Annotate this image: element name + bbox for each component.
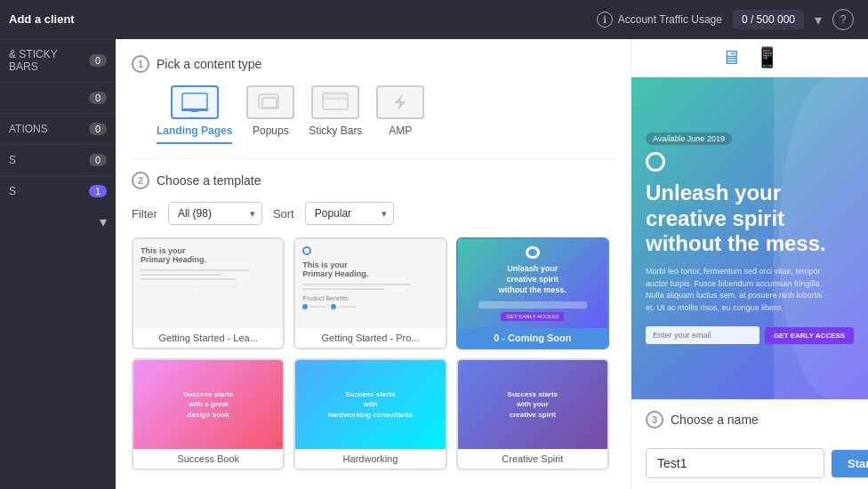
template-card-label-row2-1: Success Book — [133, 449, 283, 469]
main-content: ℹ Account Traffic Usage 0 / 500 000 ▾ ? … — [116, 0, 868, 489]
landing-pages-label: Landing Pages — [157, 124, 232, 137]
info-icon: ℹ — [597, 12, 613, 28]
step2-row: 2 Choose a template — [132, 172, 615, 189]
content-types: Landing Pages Popups — [157, 85, 615, 144]
template-card-gs-pro[interactable]: This is yourPrimary Heading. Product Ben… — [293, 237, 446, 349]
amp-label: AMP — [389, 124, 412, 137]
sidebar-item-ations[interactable]: ATIONS 0 — [0, 113, 116, 144]
content-type-popups[interactable]: Popups — [246, 85, 294, 144]
template-card-img-gs-pro: This is yourPrimary Heading. Product Ben… — [295, 239, 445, 328]
preview-image: Available June 2019 Unleash your creativ… — [631, 77, 868, 399]
filter-select-wrapper: All (98) Business Agency eCommerce — [168, 202, 262, 225]
template-card-gs-lea[interactable]: This is yourPrimary Heading. Getting — [132, 237, 285, 349]
sort-label: Sort — [273, 207, 294, 220]
template-card-label-gs-pro: Getting Started - Pro... — [295, 328, 445, 348]
step1-circle: 1 — [132, 55, 149, 73]
amp-icon — [376, 85, 424, 119]
sort-select-wrapper: Popular Newest A-Z — [305, 202, 394, 225]
preview-overlay: Available June 2019 Unleash your creativ… — [631, 77, 868, 399]
template-card-label-coming-soon: 0 - Coming Soon — [458, 328, 607, 348]
filter-select[interactable]: All (98) Business Agency eCommerce — [168, 202, 262, 225]
template-card-row2-1[interactable]: Success startswith a greatdesign book Su… — [132, 358, 285, 470]
badge-2: 0 — [89, 92, 107, 104]
template-card-row2-3[interactable]: Success startswith yourcreative spirit C… — [456, 358, 609, 470]
sidebar-item-s2[interactable]: S 1 — [0, 175, 116, 206]
step1-row: 1 Pick a content type — [132, 55, 615, 73]
divider-1 — [132, 158, 615, 159]
template-panel: 1 Pick a content type Landing Pages — [116, 39, 631, 489]
svg-rect-0 — [182, 93, 207, 109]
step3-circle: 3 — [646, 411, 663, 429]
template-grid: This is yourPrimary Heading. Getting — [132, 237, 615, 479]
template-grid-area: This is yourPrimary Heading. Getting — [132, 237, 615, 479]
preview-subtext: Morbi leo tortor, fermentum sed orci vit… — [646, 266, 832, 314]
right-side: 🖥 📱 Available June 2019 Unleash your cre… — [631, 39, 868, 489]
add-client-link[interactable]: Add a client — [0, 0, 116, 38]
preview-logo-circle — [646, 152, 665, 172]
popups-icon — [246, 85, 294, 119]
svg-rect-6 — [323, 93, 348, 99]
sidebar-item-sticky-bars[interactable]: & STICKY BARS 0 — [0, 38, 116, 82]
preview-badge: Available June 2019 — [646, 132, 732, 145]
template-card-label-row2-3: Creative Spirit — [458, 449, 607, 469]
svg-marker-7 — [394, 94, 406, 110]
template-card-img-coming-soon: Unleash yourcreative spiritwithout the m… — [458, 239, 607, 328]
preview-email-input[interactable] — [646, 326, 760, 344]
help-button[interactable]: ? — [832, 9, 854, 30]
ations-badge: 0 — [89, 123, 107, 135]
traffic-value: 0 / 500 000 — [733, 10, 804, 29]
preview-headline: Unleash your creative spirit without the… — [646, 180, 841, 257]
landing-pages-icon — [171, 85, 219, 119]
template-card-img-row2-1: Success startswith a greatdesign book — [133, 360, 283, 449]
template-card-img-gs-lea: This is yourPrimary Heading. — [133, 239, 283, 328]
step2-circle: 2 — [132, 172, 149, 189]
chevron-icon[interactable]: ▾ — [815, 12, 822, 28]
sticky-bars-badge: 0 — [89, 54, 107, 67]
s2-badge: 1 — [89, 185, 107, 197]
name-row: Start with th — [646, 448, 854, 478]
mobile-icon[interactable]: 📱 — [755, 46, 779, 69]
step2-label: Choose a template — [157, 173, 261, 188]
preview-cta-row: GET EARLY ACCESS — [646, 326, 854, 344]
s1-badge: 0 — [89, 154, 107, 166]
svg-rect-4 — [262, 98, 277, 108]
filter-row: Filter All (98) Business Agency eCommerc… — [132, 202, 615, 225]
bottom-panel: 3 Choose a name Start with th — [631, 399, 868, 489]
template-card-row2-2[interactable]: Success startswithhardworking consultant… — [293, 358, 446, 470]
sidebar-dropdown[interactable]: ▾ — [0, 206, 116, 237]
sticky-bars-label: Sticky Bars — [309, 124, 362, 137]
sticky-bars-icon — [311, 85, 359, 119]
svg-rect-2 — [191, 110, 198, 112]
traffic-info: ℹ Account Traffic Usage — [597, 12, 722, 28]
template-card-img-row2-2: Success startswithhardworking consultant… — [295, 360, 445, 449]
preview-content: Available June 2019 Unleash your creativ… — [631, 77, 868, 399]
preview-cta-button[interactable]: GET EARLY ACCESS — [765, 327, 854, 344]
desktop-icon[interactable]: 🖥 — [721, 46, 741, 69]
top-bar: ℹ Account Traffic Usage 0 / 500 000 ▾ ? — [116, 0, 868, 39]
preview-toolbar: 🖥 📱 — [631, 39, 868, 77]
template-card-img-row2-3: Success startswith yourcreative spirit — [458, 360, 607, 449]
step1-label: Pick a content type — [157, 57, 261, 71]
content-type-landing[interactable]: Landing Pages — [157, 85, 232, 144]
content-type-amp[interactable]: AMP — [376, 85, 424, 144]
step3-row: 3 Choose a name — [646, 411, 854, 429]
popups-label: Popups — [253, 124, 289, 137]
step3-label: Choose a name — [671, 413, 759, 427]
content-type-sticky[interactable]: Sticky Bars — [309, 85, 362, 144]
sidebar: Add a client & STICKY BARS 0 0 ATIONS 0 … — [0, 0, 116, 489]
start-button[interactable]: Start with th — [832, 450, 868, 477]
sort-select[interactable]: Popular Newest A-Z — [305, 202, 394, 225]
sidebar-item-s1[interactable]: S 0 — [0, 144, 116, 175]
filter-label: Filter — [132, 207, 157, 220]
template-card-label-gs-lea: Getting Started - Lea... — [133, 328, 283, 348]
page-name-input[interactable] — [646, 448, 824, 478]
sidebar-item-2[interactable]: 0 — [0, 82, 116, 113]
template-card-coming-soon[interactable]: Unleash yourcreative spiritwithout the m… — [456, 237, 609, 349]
chevron-down-icon: ▾ — [100, 213, 107, 230]
template-card-label-row2-2: Hardworking — [295, 449, 445, 469]
